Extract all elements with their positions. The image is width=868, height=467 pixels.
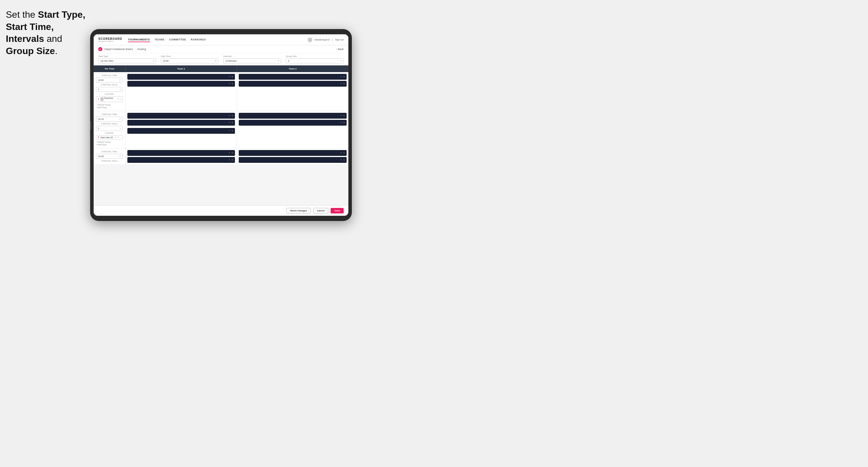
action-bar: Reset Changes Cancel Save: [94, 205, 348, 216]
sign-out-link[interactable]: Sign out: [335, 38, 344, 41]
clock-icon-row2: ⏱: [119, 118, 121, 120]
player-settings-icon[interactable]: ⚙: [343, 122, 345, 124]
logo-text: SCOREBOARD: [98, 37, 122, 40]
tee-time-cell-3: STARTING TIME: 10:20 ⏱ STARTING HOLE:: [94, 148, 126, 164]
starting-time-input-1[interactable]: 10:00 ⏱: [96, 77, 123, 83]
intervals-group: Intervals 10 Minutes ▾: [223, 55, 281, 63]
intervals-label: Intervals: [223, 55, 281, 58]
starting-time-label-3: STARTING TIME:: [96, 151, 123, 153]
breadcrumb: C Clippd Invitational (Main) › Hosting: [98, 47, 146, 51]
player-remove-icon[interactable]: ✕: [228, 75, 230, 78]
table-header: Tee Time Team 1 Team 2: [94, 65, 348, 72]
back-button[interactable]: Back: [336, 48, 344, 51]
remove-course-icon-1[interactable]: ✕: [118, 98, 119, 100]
player-remove-icon[interactable]: ✕: [228, 115, 230, 117]
remove-course-icon-2[interactable]: ✕: [115, 136, 116, 138]
course-select-1[interactable]: 📍 (A) Peachtree GC ✕ ▾: [96, 96, 123, 102]
player-settings-icon[interactable]: ⚙: [343, 152, 345, 154]
save-button[interactable]: Save: [331, 208, 344, 213]
player-settings-icon[interactable]: ⚙: [231, 159, 233, 161]
player-remove-icon[interactable]: ✕: [340, 115, 342, 117]
player-remove-icon[interactable]: ✕: [340, 75, 342, 78]
player-settings-icon[interactable]: ⚙: [343, 75, 345, 78]
player-settings-icon[interactable]: ⚙: [231, 83, 233, 85]
player-row: ✕ ⚙: [127, 150, 235, 156]
start-type-group: Start Type 1st Tee Start ▾: [98, 55, 156, 63]
cancel-button[interactable]: Cancel: [313, 208, 328, 213]
player-settings-icon[interactable]: ⚙: [231, 130, 233, 132]
add-group-link-1[interactable]: + Add Group: [96, 106, 123, 108]
nav-rankings[interactable]: RANKINGS: [191, 37, 206, 42]
player-remove-icon[interactable]: ✕: [228, 122, 230, 124]
player-row: ✕ ⚙: [239, 74, 347, 80]
starting-hole-label-2: STARTING HOLE:: [96, 123, 123, 125]
player-settings-icon[interactable]: ⚙: [343, 159, 345, 161]
tablet-device: SCOREBOARD Powered by clipp.io TOURNAMEN…: [90, 29, 352, 221]
add-group-link-2[interactable]: + Add Group: [96, 144, 123, 146]
breadcrumb-app[interactable]: Clippd Invitational (Main): [104, 48, 133, 51]
intervals-select[interactable]: 10 Minutes ▾: [223, 58, 281, 63]
tablet-screen: SCOREBOARD Powered by clipp.io TOURNAMEN…: [94, 34, 348, 216]
player-row: ✕ ⚙: [239, 120, 347, 126]
start-time-input[interactable]: 10:00 ⏱: [161, 58, 219, 63]
nav-tournaments[interactable]: TOURNAMENTS: [128, 37, 150, 42]
player-settings-icon[interactable]: ⚙: [231, 75, 233, 78]
player-settings-icon[interactable]: ⚙: [231, 122, 233, 124]
logo-sub: Powered by clipp.io: [98, 40, 122, 42]
breadcrumb-section: Hosting: [137, 48, 146, 51]
player-settings-icon[interactable]: ⚙: [343, 83, 345, 85]
player-remove-icon[interactable]: ✕: [340, 122, 342, 124]
group-size-group: Group Size 3 ▾: [286, 55, 344, 63]
player-settings-icon[interactable]: ⚙: [231, 115, 233, 117]
chevron-course-icon-1: ▾: [120, 98, 122, 100]
breadcrumb-bar: C Clippd Invitational (Main) › Hosting B…: [94, 45, 348, 53]
clock-icon-row1: ⏱: [119, 79, 121, 81]
player-settings-icon[interactable]: ⚙: [231, 152, 233, 154]
starting-hole-select-1[interactable]: 1 ▾: [96, 87, 123, 92]
reset-changes-button[interactable]: Reset Changes: [286, 208, 311, 213]
team2-cell-2: ✕ ⚙ ✕ ⚙: [237, 111, 348, 148]
team1-cell-1: ✕ ⚙ ✕ ⚙: [126, 72, 237, 111]
start-time-group: Start Time 10:00 ⏱: [161, 55, 219, 63]
starting-time-input-3[interactable]: 10:20 ⏱: [96, 154, 123, 159]
player-row: ✕ ⚙: [239, 150, 347, 156]
player-remove-icon[interactable]: ✕: [228, 152, 230, 154]
start-type-label: Start Type: [98, 55, 156, 58]
group-size-select[interactable]: 3 ▾: [286, 58, 344, 63]
remove-group-link-2[interactable]: ○ Remove Group: [96, 141, 123, 143]
nav-teams[interactable]: TEAMS: [155, 37, 164, 42]
tee-time-cell-1: STARTING TIME: 10:00 ⏱ STARTING HOLE: 1 …: [94, 72, 126, 111]
course-select-2[interactable]: 📍 East Lake GC ✕ ▾: [96, 135, 123, 139]
nav-links: TOURNAMENTS TEAMS COMMITTEE RANKINGS: [128, 37, 308, 42]
player-row: ✕ ⚙: [127, 81, 235, 87]
player-remove-icon[interactable]: ✕: [340, 152, 342, 154]
nav-committee[interactable]: COMMITTEE: [169, 37, 186, 42]
chevron-down-icon-hole1: ▾: [120, 88, 121, 91]
navigation-bar: SCOREBOARD Powered by clipp.io TOURNAMEN…: [94, 34, 348, 45]
row-actions-2: ○ Remove Group + Add Group: [96, 141, 123, 146]
player-remove-icon[interactable]: ✕: [228, 83, 230, 85]
settings-row: Start Type 1st Tee Start ▾ Start Time 10…: [94, 53, 348, 65]
chevron-down-icon: ▾: [153, 60, 154, 62]
remove-group-link-1[interactable]: ○ Remove Group: [96, 104, 123, 106]
chevron-down-icon-intervals: ▾: [278, 60, 279, 62]
player-row: ✕ ⚙: [239, 81, 347, 87]
chevron-down-icon-hole2: ▾: [120, 127, 121, 130]
player-remove-icon[interactable]: ✕: [340, 83, 342, 85]
player-remove-icon[interactable]: ✕: [228, 130, 230, 132]
course-label-2: COURSE:: [96, 132, 123, 134]
starting-hole-label-1: STARTING HOLE:: [96, 84, 123, 86]
team2-cell-1: ✕ ⚙ ✕ ⚙: [237, 72, 348, 111]
starting-hole-select-2[interactable]: 1 ▾: [96, 126, 123, 131]
player-row-course: ✕ ⚙: [127, 128, 235, 134]
starting-time-label-2: STARTING TIME:: [96, 114, 123, 116]
start-type-select[interactable]: 1st Tee Start ▾: [98, 58, 156, 63]
schedule-table: Tee Time Team 1 Team 2 STARTING TIME: 10…: [94, 65, 348, 205]
player-row: ✕ ⚙: [239, 157, 347, 163]
player-remove-icon[interactable]: ✕: [340, 159, 342, 161]
tee-time-cell-2: STARTING TIME: 10:10 ⏱ STARTING HOLE: 1 …: [94, 111, 126, 148]
starting-time-input-2[interactable]: 10:10 ⏱: [96, 117, 123, 122]
player-settings-icon[interactable]: ⚙: [343, 115, 345, 117]
player-remove-icon[interactable]: ✕: [228, 159, 230, 161]
chevron-down-icon-group: ▾: [341, 60, 342, 62]
